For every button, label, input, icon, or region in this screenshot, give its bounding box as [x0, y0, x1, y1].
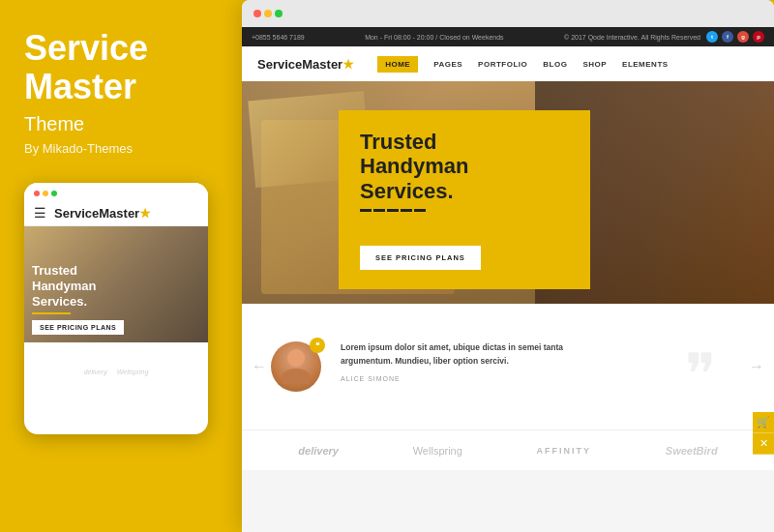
- brands-section: delivery Wellspring AFFINITY SweetBird: [242, 429, 774, 470]
- pinterest-icon[interactable]: p: [753, 31, 764, 43]
- hero-dash-4: [401, 209, 412, 212]
- nav-item-shop[interactable]: SHOP: [582, 60, 607, 69]
- hero-dash-3: [387, 209, 399, 212]
- site-logo: ServiceMaster★: [257, 57, 354, 72]
- cart-button[interactable]: 🛒: [753, 412, 774, 433]
- mobile-brand-2: Wellspring: [117, 369, 149, 375]
- mobile-hero-text: TrustedHandymanServices. SEE PRICING PLA…: [32, 263, 124, 335]
- mobile-cta-button[interactable]: SEE PRICING PLANS: [32, 320, 124, 335]
- browser-dot-yellow[interactable]: [264, 10, 272, 17]
- mobile-dot-green: [51, 191, 57, 196]
- mobile-brand-logos: delivery Wellspring: [84, 369, 149, 375]
- nav-item-elements[interactable]: ELEMENTS: [622, 60, 669, 69]
- browser-dots: [253, 10, 283, 17]
- nav-logo-star: ★: [342, 57, 354, 72]
- mobile-top-bar: [24, 183, 208, 200]
- testimonial-avatar-container: ❝: [271, 341, 321, 392]
- hero-dash-2: [373, 209, 385, 212]
- social-icons: t f g p: [706, 31, 764, 43]
- browser-dot-red[interactable]: [253, 10, 261, 17]
- topbar-right-group: © 2017 Qode Interactive. All Rights Rese…: [564, 31, 764, 43]
- hero-card: TrustedHandymanServices. SEE PRICING PLA…: [339, 110, 590, 289]
- site-top-bar: +0855 5646 7189 Mon - Fri 08:00 - 20:00 …: [242, 27, 774, 46]
- nav-item-blog[interactable]: BLOG: [543, 60, 567, 69]
- mobile-dot-yellow: [43, 191, 48, 196]
- product-title: Service Master: [24, 29, 208, 105]
- left-panel: Service Master Theme By Mikado-Themes ☰ …: [0, 0, 232, 532]
- mobile-mockup: ☰ ServiceMaster★ TrustedHandymanServices…: [24, 183, 208, 434]
- testimonial-body-text: Lorem ipsum dolor sit amet, ubique dicta…: [341, 341, 611, 368]
- avatar-quote-badge: ❝: [310, 338, 325, 353]
- mobile-hero-divider: [32, 312, 71, 314]
- testimonial-section: ← ❝ Lorem ipsum dolor sit amet, ubique d…: [242, 304, 774, 429]
- browser-chrome-bar: [242, 0, 774, 27]
- testimonial-content: ❝ Lorem ipsum dolor sit amet, ubique dic…: [271, 341, 745, 392]
- nav-item-portfolio[interactable]: PORTFOLIO: [478, 60, 527, 69]
- browser-dot-green[interactable]: [275, 10, 283, 17]
- mobile-nav: ☰ ServiceMaster★: [24, 200, 208, 226]
- hamburger-icon[interactable]: ☰: [34, 205, 46, 221]
- mobile-dots: [34, 191, 57, 196]
- desktop-browser-mockup: +0855 5646 7189 Mon - Fri 08:00 - 20:00 …: [242, 0, 774, 532]
- brand-logo-delivery: delivery: [298, 445, 339, 457]
- brand-logo-wellspring: Wellspring: [413, 445, 462, 457]
- mobile-brands-area: delivery Wellspring: [24, 342, 208, 400]
- nav-item-home[interactable]: HOME: [377, 56, 418, 73]
- twitter-icon[interactable]: t: [706, 31, 718, 43]
- site-phone: +0855 5646 7189: [252, 34, 305, 41]
- avatar-face: [283, 349, 310, 384]
- nav-item-pages[interactable]: PAGES: [433, 60, 462, 69]
- hero-divider: [360, 209, 569, 212]
- hero-dash-1: [360, 209, 372, 212]
- mobile-brand-1: delivery: [84, 369, 107, 375]
- wishlist-button[interactable]: ✕: [753, 433, 774, 455]
- mobile-dot-red: [34, 191, 40, 196]
- testimonial-quote-decoration: ❞: [685, 346, 716, 404]
- cart-sidebar: 🛒 ✕: [753, 412, 774, 455]
- site-navigation: ServiceMaster★ HOME PAGES PORTFOLIO BLOG…: [242, 46, 774, 81]
- site-hours: Mon - Fri 08:00 - 20:00 / Closed on Week…: [365, 34, 503, 41]
- product-subtitle: Theme: [24, 113, 208, 135]
- avatar-head: [287, 349, 305, 367]
- testimonial-next-arrow[interactable]: →: [749, 358, 764, 375]
- brand-logo-sweetbird: SweetBird: [666, 445, 718, 457]
- mobile-hero-title: TrustedHandymanServices.: [32, 263, 124, 309]
- google-plus-icon[interactable]: g: [737, 31, 749, 43]
- hero-cta-button[interactable]: SEE PRICING PLANS: [360, 246, 481, 270]
- site-copyright: © 2017 Qode Interactive. All Rights Rese…: [564, 34, 700, 41]
- avatar-shoulders: [283, 369, 310, 384]
- hero-title: TrustedHandymanServices.: [360, 130, 569, 203]
- facebook-icon[interactable]: f: [722, 31, 733, 43]
- site-hero-section: TrustedHandymanServices. SEE PRICING PLA…: [242, 81, 774, 304]
- brand-logo-affinity: AFFINITY: [537, 446, 592, 456]
- mobile-logo-star: ★: [139, 206, 151, 221]
- hero-dash-5: [414, 209, 426, 212]
- product-author: By Mikado-Themes: [24, 141, 208, 156]
- mobile-site-logo: ServiceMaster★: [54, 206, 151, 221]
- testimonial-prev-arrow[interactable]: ←: [252, 358, 267, 375]
- mobile-hero: TrustedHandymanServices. SEE PRICING PLA…: [24, 226, 208, 342]
